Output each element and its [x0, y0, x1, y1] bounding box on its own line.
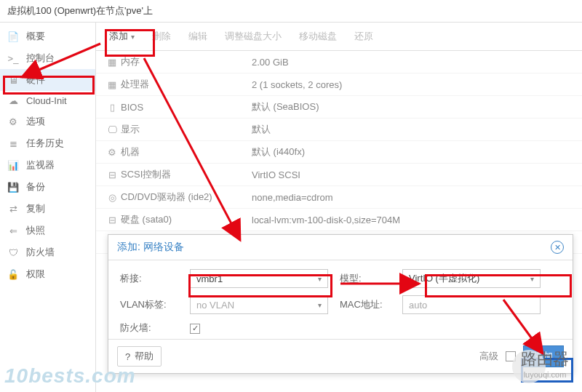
hdd-icon: ⊟: [103, 215, 121, 225]
help-icon: ?: [125, 351, 130, 362]
sidebar-item-permissions[interactable]: 🔓权限: [0, 263, 95, 285]
chevron-down-icon: ▾: [318, 301, 322, 309]
mac-label: MAC地址:: [340, 298, 391, 311]
hw-row-cdrom[interactable]: ◎CD/DVD驱动器 (ide2)none,media=cdrom: [96, 186, 582, 209]
hw-value: none,media=cdrom: [252, 192, 575, 203]
hw-value: 2.00 GiB: [252, 57, 575, 68]
hw-name: 硬盘 (sata0): [121, 213, 252, 226]
sidebar-item-label: 硬件: [26, 73, 45, 87]
revert-button: 还原: [346, 25, 382, 47]
add-network-dialog: 添加: 网络设备 ✕ 桥接: vmbr1▾ 模型: VirtIO (半虚拟化)▾…: [108, 234, 573, 374]
bios-icon: ▯: [103, 102, 121, 113]
sidebar-item-backup[interactable]: 💾备份: [0, 176, 95, 198]
hw-value: 默认 (i440fx): [252, 145, 575, 159]
hw-row-machine[interactable]: ⚙机器默认 (i440fx): [96, 141, 582, 164]
hw-row-memory[interactable]: ▦内存2.00 GiB: [96, 51, 582, 73]
sidebar-item-replication[interactable]: ⇄复制: [0, 198, 95, 220]
advanced-toggle-label: 高级: [479, 350, 498, 363]
remove-button: 删除: [143, 25, 180, 47]
hw-row-display[interactable]: 🖵显示默认: [96, 119, 582, 141]
hw-name: 处理器: [121, 78, 252, 91]
close-button[interactable]: ✕: [551, 241, 564, 254]
hw-name: 内存: [121, 55, 252, 68]
save-icon: 💾: [7, 182, 19, 193]
sidebar-item-firewall[interactable]: 🛡防火墙: [0, 241, 95, 263]
sidebar-item-label: 控制台: [26, 52, 55, 65]
document-icon: 📄: [7, 31, 19, 42]
sidebar-item-label: 复制: [26, 202, 45, 215]
hw-name: SCSI控制器: [121, 168, 252, 181]
cpu-icon: ▦: [103, 79, 121, 90]
page-title: 虚拟机100 (Openwrt)在节点'pve'上: [0, 0, 582, 23]
sidebar-item-console[interactable]: >_控制台: [0, 47, 95, 69]
history-icon: ⇐: [7, 225, 19, 236]
chevron-down-icon: ▾: [318, 275, 322, 283]
terminal-icon: >_: [7, 53, 19, 64]
sidebar-item-label: 任务历史: [26, 137, 64, 150]
cd-icon: ◎: [103, 192, 121, 203]
sidebar-item-label: 快照: [26, 224, 45, 237]
hw-value: 2 (1 sockets, 2 cores): [252, 79, 575, 90]
sidebar-item-label: 监视器: [26, 159, 55, 172]
cloud-icon: ☁: [7, 95, 19, 106]
sidebar: 📄概要 >_控制台 🖥硬件 ☁Cloud-Init ⚙选项 ≣任务历史 📊监视器…: [0, 23, 96, 392]
machine-icon: ⚙: [103, 147, 121, 158]
hw-name: 显示: [121, 123, 252, 136]
sidebar-item-monitor[interactable]: 📊监视器: [0, 154, 95, 176]
sidebar-item-label: 概要: [26, 30, 45, 43]
chevron-down-icon: ▾: [131, 33, 135, 41]
hw-name: CD/DVD驱动器 (ide2): [121, 191, 252, 204]
sidebar-item-options[interactable]: ⚙选项: [0, 111, 95, 132]
sidebar-item-label: 选项: [26, 115, 45, 128]
hw-name: BIOS: [121, 102, 252, 113]
model-label: 模型:: [340, 272, 391, 285]
move-button: 移动磁盘: [290, 25, 346, 47]
bridge-select[interactable]: vmbr1▾: [190, 269, 328, 288]
hw-value: 默认 (SeaBIOS): [252, 100, 575, 113]
sidebar-item-label: Cloud-Init: [26, 95, 67, 106]
firewall-checkbox[interactable]: ✓: [190, 324, 200, 334]
chevron-down-icon: ▾: [530, 275, 534, 283]
gear-icon: ⚙: [7, 116, 19, 127]
advanced-checkbox[interactable]: [506, 351, 516, 361]
model-select[interactable]: VirtIO (半虚拟化)▾: [402, 269, 541, 288]
dialog-title: 添加: 网络设备: [117, 241, 184, 254]
memory-icon: ▦: [103, 57, 121, 68]
close-icon: ✕: [554, 243, 561, 252]
shield-icon: 🛡: [7, 247, 19, 258]
sync-icon: ⇄: [7, 204, 19, 215]
sidebar-item-label: 权限: [26, 268, 45, 281]
sidebar-item-tasks[interactable]: ≣任务历史: [0, 132, 95, 154]
sidebar-item-label: 备份: [26, 180, 45, 193]
hw-row-scsi[interactable]: ⊟SCSI控制器VirtIO SCSI: [96, 164, 582, 186]
hw-row-disk[interactable]: ⊟硬盘 (sata0)local-lvm:vm-100-disk-0,size=…: [96, 209, 582, 231]
sidebar-item-hardware[interactable]: 🖥硬件: [0, 69, 95, 91]
sidebar-item-cloudinit[interactable]: ☁Cloud-Init: [0, 91, 95, 111]
firewall-label: 防火墙:: [120, 321, 178, 335]
vlan-select[interactable]: no VLAN▾: [190, 295, 328, 314]
sidebar-item-label: 防火墙: [26, 246, 55, 259]
ok-button[interactable]: 添加: [523, 345, 564, 367]
hw-row-bios[interactable]: ▯BIOS默认 (SeaBIOS): [96, 96, 582, 119]
unlock-icon: 🔓: [7, 269, 19, 280]
help-button[interactable]: ?帮助: [117, 346, 162, 367]
disk-icon: ⊟: [103, 169, 121, 180]
sidebar-item-summary[interactable]: 📄概要: [0, 25, 95, 47]
monitor-icon: 🖥: [7, 75, 19, 86]
toolbar: 添加▾ 删除 编辑 调整磁盘大小 移动磁盘 还原: [96, 23, 582, 51]
display-icon: 🖵: [103, 124, 121, 135]
resize-button: 调整磁盘大小: [216, 25, 290, 47]
hw-value: local-lvm:vm-100-disk-0,size=704M: [252, 215, 575, 225]
bridge-label: 桥接:: [120, 272, 178, 285]
vlan-label: VLAN标签:: [120, 298, 178, 311]
hw-row-cpu[interactable]: ▦处理器2 (1 sockets, 2 cores): [96, 73, 582, 96]
edit-button: 编辑: [180, 25, 216, 47]
chart-icon: 📊: [7, 160, 19, 171]
mac-input[interactable]: auto: [402, 295, 541, 314]
hw-value: 默认: [252, 123, 575, 136]
add-button[interactable]: 添加▾: [100, 25, 143, 47]
list-icon: ≣: [7, 138, 19, 149]
hw-name: 机器: [121, 145, 252, 159]
sidebar-item-snapshot[interactable]: ⇐快照: [0, 220, 95, 241]
hw-value: VirtIO SCSI: [252, 169, 575, 180]
